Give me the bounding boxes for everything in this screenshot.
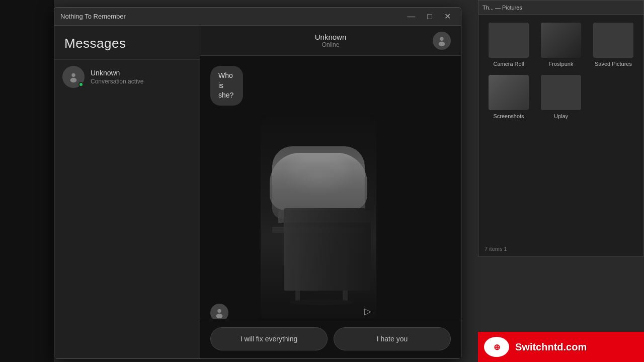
close-button[interactable]: ✕ (440, 13, 455, 21)
file-explorer-toolbar: Th... — Pictures (478, 1, 643, 15)
svg-point-4 (440, 37, 443, 40)
folder-icon-saved-pictures (593, 23, 633, 58)
morgue-image-content (261, 116, 376, 319)
list-item[interactable]: Uplay (539, 75, 583, 119)
file-label: Uplay (554, 113, 568, 119)
maximize-button[interactable]: □ (423, 13, 436, 21)
svg-point-3 (70, 78, 77, 82)
title-bar: Nothing To Remember — □ ✕ (54, 8, 461, 26)
minimize-button[interactable]: — (403, 13, 419, 21)
conversation-item-unknown[interactable]: Unknown Conversation active (54, 60, 200, 94)
left-bg (0, 0, 54, 362)
switch-banner: ⊕ Switchntd.com (478, 332, 644, 362)
app-body: Messages Unknown (54, 26, 461, 358)
person-icon (68, 71, 79, 82)
switch-logo-icon: ⊕ (484, 337, 509, 357)
chat-contact-name: Unknown (228, 33, 433, 41)
chat-header-info: Unknown Online (228, 33, 433, 48)
svg-text:⊕: ⊕ (494, 343, 500, 351)
sidebar: Messages Unknown (54, 26, 200, 358)
list-item[interactable]: Frostpunk (539, 23, 583, 67)
file-explorer-window: Th... — Pictures Camera Roll Frostpunk S… (478, 0, 644, 256)
conversation-status: Conversation active (91, 78, 192, 85)
gurney-leg-1 (295, 239, 300, 301)
file-label: Screenshots (493, 113, 524, 119)
app-title: Nothing To Remember (60, 13, 403, 20)
chat-area: Unknown Online Who is she? (200, 26, 461, 358)
online-status-dot (78, 82, 84, 87)
svg-point-7 (216, 314, 223, 318)
sender-avatar (210, 304, 228, 319)
list-item[interactable]: Camera Roll (487, 23, 531, 67)
image-message: ▷ (261, 116, 376, 319)
file-explorer-title: Th... — Pictures (482, 5, 522, 11)
svg-point-5 (439, 41, 445, 46)
folder-icon-screenshots (489, 75, 529, 110)
file-label: Camera Roll (493, 61, 524, 67)
file-label: Frostpunk (549, 61, 574, 67)
message-bubble-received: Who is she? (210, 66, 243, 106)
chat-contact-status: Online (228, 41, 433, 48)
folder-icon-camera-roll (489, 23, 529, 58)
window-controls: — □ ✕ (403, 13, 455, 21)
chat-header-avatar (433, 32, 451, 50)
list-item[interactable]: Saved Pictures (591, 23, 635, 67)
folder-icon-uplay (541, 75, 581, 110)
gurney-bar-2 (272, 227, 365, 233)
svg-point-2 (71, 73, 75, 77)
file-grid: Camera Roll Frostpunk Saved Pictures Scr… (478, 15, 643, 127)
choice-button-hate[interactable]: I hate you (334, 327, 451, 350)
message-row-1: Who is she? (210, 66, 265, 106)
chat-header: Unknown Online (200, 26, 461, 56)
file-label: Saved Pictures (595, 61, 632, 67)
svg-point-6 (217, 309, 221, 312)
switch-logo-svg: ⊕ (485, 337, 508, 356)
gurney-bar-1 (278, 210, 371, 223)
conversation-name: Unknown (91, 69, 192, 77)
messages-area: Who is she? (200, 56, 461, 319)
chat-avatar-icon (436, 35, 447, 46)
sender-avatar-icon (214, 307, 225, 318)
message-row-2: ▷ (235, 116, 376, 319)
file-count: 7 items 1 (485, 246, 507, 252)
gurney-leg-2 (343, 239, 347, 301)
avatar-container (62, 66, 85, 88)
gurney-wheel (290, 299, 354, 305)
conversation-list: Unknown Conversation active (54, 60, 200, 358)
app-window: Nothing To Remember — □ ✕ Messages (54, 7, 461, 359)
body-shape (270, 153, 367, 211)
list-item[interactable]: Screenshots (487, 75, 531, 119)
sidebar-title: Messages (64, 36, 190, 51)
play-icon[interactable]: ▷ (364, 306, 371, 317)
switch-banner-text: Switchntd.com (515, 341, 587, 353)
choices-area: I will fix everything I hate you (200, 319, 461, 358)
conversation-info: Unknown Conversation active (91, 69, 192, 85)
choice-button-fix[interactable]: I will fix everything (210, 327, 328, 350)
folder-icon-frostpunk (541, 23, 581, 58)
sidebar-header: Messages (54, 26, 200, 60)
